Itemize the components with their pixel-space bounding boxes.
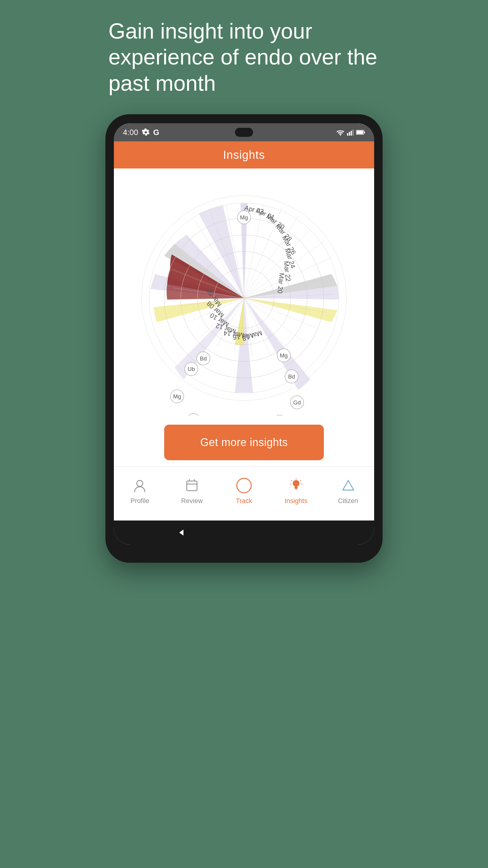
settings-icon xyxy=(142,128,150,136)
svg-rect-81 xyxy=(187,481,197,491)
status-bar-right xyxy=(336,129,365,135)
nav-item-profile[interactable]: Profile xyxy=(114,476,166,505)
back-button[interactable] xyxy=(176,527,187,538)
svg-rect-4 xyxy=(352,130,354,135)
svg-rect-2 xyxy=(349,132,350,135)
nav-item-review[interactable]: Review xyxy=(166,476,218,505)
svg-point-72 xyxy=(273,415,286,415)
nav-item-citizen[interactable]: Citizen xyxy=(322,476,374,505)
status-bar-left: 4:00 G xyxy=(123,128,159,137)
chart-container: Apr 03 Apr 01 Mar 30 Mar 28 Mar 26 Mar 2… xyxy=(115,181,373,415)
svg-rect-1 xyxy=(347,133,348,135)
app-title: Insights xyxy=(223,149,265,161)
svg-text:Bd: Bd xyxy=(288,373,295,380)
svg-point-85 xyxy=(237,478,251,493)
status-bar-notch xyxy=(235,128,253,137)
battery-icon xyxy=(356,130,365,135)
review-label: Review xyxy=(181,497,203,505)
svg-marker-94 xyxy=(343,480,354,490)
android-nav-bar xyxy=(114,521,374,545)
profile-label: Profile xyxy=(130,497,149,505)
bottom-nav: Profile Review xyxy=(114,466,374,515)
svg-rect-7 xyxy=(357,131,363,134)
app-content: Apr 03 Apr 01 Mar 30 Mar 28 Mar 26 Mar 2… xyxy=(114,168,374,521)
track-label: Track xyxy=(236,497,252,505)
svg-line-91 xyxy=(300,480,301,481)
headline: Gain insight into your experience of end… xyxy=(108,18,380,96)
phone-screen: 4:00 G xyxy=(114,123,374,545)
nav-item-insights[interactable]: Insights xyxy=(270,476,322,505)
svg-point-80 xyxy=(137,480,143,487)
insights-icon xyxy=(287,476,305,495)
svg-text:Gd: Gd xyxy=(293,399,301,406)
svg-point-64 xyxy=(187,413,200,415)
svg-text:Mg: Mg xyxy=(280,352,288,359)
status-bar: 4:00 G xyxy=(114,123,374,141)
home-button[interactable] xyxy=(238,527,250,538)
svg-text:Mg: Mg xyxy=(173,393,181,400)
wifi-icon xyxy=(336,129,345,135)
app-header: Insights xyxy=(114,141,374,168)
svg-point-86 xyxy=(293,480,299,487)
profile-icon xyxy=(131,476,149,495)
google-icon: G xyxy=(153,128,159,137)
insights-label: Insights xyxy=(285,497,307,505)
svg-rect-6 xyxy=(364,131,365,133)
svg-text:Mg: Mg xyxy=(240,214,248,221)
citizen-label: Citizen xyxy=(338,497,358,505)
svg-text:Ub: Ub xyxy=(188,366,195,372)
svg-line-90 xyxy=(292,480,292,481)
signal-icon xyxy=(347,129,354,135)
time-display: 4:00 xyxy=(123,128,138,137)
review-icon xyxy=(183,476,201,495)
nav-item-track[interactable]: Track xyxy=(218,476,270,505)
svg-point-0 xyxy=(340,135,341,135)
recents-button[interactable] xyxy=(301,527,312,538)
svg-text:Bd: Bd xyxy=(200,355,207,362)
circular-chart: Apr 03 Apr 01 Mar 30 Mar 28 Mar 26 Mar 2… xyxy=(115,181,373,415)
get-more-insights-button[interactable]: Get more insights xyxy=(164,425,324,460)
phone-frame: 4:00 G xyxy=(105,114,383,563)
svg-marker-95 xyxy=(179,530,184,535)
svg-rect-3 xyxy=(351,131,352,135)
citizen-icon xyxy=(339,476,357,495)
track-icon xyxy=(235,476,253,495)
